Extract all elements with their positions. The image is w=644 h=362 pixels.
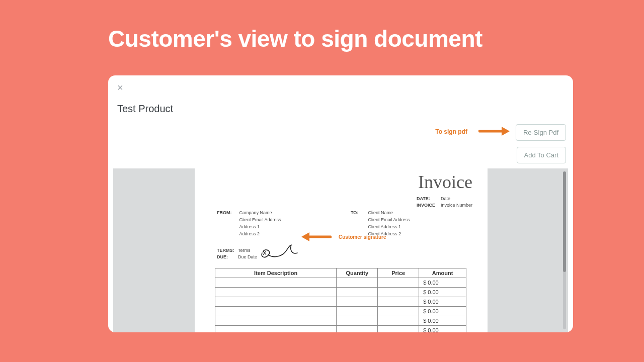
invoice-date-label: DATE: bbox=[417, 196, 441, 202]
action-buttons: Re-Sign Pdf Add To Cart bbox=[516, 124, 566, 163]
table-cell bbox=[378, 316, 419, 326]
table-cell bbox=[337, 278, 378, 288]
to-label: TO: bbox=[351, 210, 367, 217]
table-cell bbox=[337, 326, 378, 333]
from-line-0: Company Name bbox=[239, 210, 272, 215]
table-cell bbox=[215, 316, 337, 326]
table-cell bbox=[215, 307, 337, 316]
table-cell bbox=[215, 326, 337, 333]
invoice-date-value: Date bbox=[441, 196, 450, 201]
annotation-to-sign-pdf: To sign pdf bbox=[435, 128, 467, 135]
page-title: Customer's view to sign document bbox=[108, 25, 482, 52]
table-row: $ 0.00 bbox=[215, 326, 466, 333]
to-line-0: Client Name bbox=[368, 210, 393, 215]
add-to-cart-button[interactable]: Add To Cart bbox=[517, 147, 566, 163]
from-label: FROM: bbox=[217, 210, 238, 217]
table-cell bbox=[337, 288, 378, 297]
invoice-table: Item Description Quantity Price Amount $… bbox=[215, 268, 466, 332]
terms-label: TERMS: bbox=[217, 247, 238, 254]
table-row: $ 0.00 bbox=[215, 297, 466, 307]
table-cell bbox=[378, 326, 419, 333]
due-label: DUE: bbox=[217, 254, 238, 260]
to-line-2: Client Address 1 bbox=[368, 224, 401, 229]
from-block: FROM: Company Name Client Email Address … bbox=[217, 210, 281, 238]
table-cell bbox=[378, 288, 419, 297]
table-cell: $ 0.00 bbox=[419, 278, 466, 288]
table-header-row: Item Description Quantity Price Amount bbox=[215, 268, 466, 278]
svg-marker-3 bbox=[301, 232, 309, 241]
th-amount: Amount bbox=[419, 268, 466, 278]
product-name: Test Product bbox=[117, 103, 173, 115]
table-cell bbox=[215, 288, 337, 297]
document-viewport: Invoice DATE:Date INVOICEInvoice Number … bbox=[113, 168, 568, 332]
table-cell bbox=[337, 316, 378, 326]
table-cell bbox=[215, 297, 337, 307]
from-line-2: Address 1 bbox=[239, 224, 260, 229]
arrow-right-icon bbox=[478, 125, 510, 138]
resign-pdf-button[interactable]: Re-Sign Pdf bbox=[516, 124, 566, 141]
table-cell bbox=[215, 278, 337, 288]
annotation-customer-signature: Customer signature bbox=[339, 234, 386, 240]
table-cell bbox=[337, 307, 378, 316]
table-row: $ 0.00 bbox=[215, 288, 466, 297]
table-cell: $ 0.00 bbox=[419, 316, 466, 326]
due-value: Due Date bbox=[238, 254, 257, 259]
table-cell bbox=[378, 307, 419, 316]
invoice-title: Invoice bbox=[418, 171, 472, 193]
table-cell: $ 0.00 bbox=[419, 326, 466, 333]
to-block: TO: Client Name Client Email Address Cli… bbox=[351, 210, 410, 238]
invoice-meta: DATE:Date INVOICEInvoice Number bbox=[417, 196, 472, 208]
th-quantity: Quantity bbox=[337, 268, 378, 278]
scrollbar-thumb[interactable] bbox=[563, 171, 566, 272]
close-icon[interactable]: × bbox=[117, 82, 123, 93]
table-cell bbox=[378, 297, 419, 307]
document-page: Invoice DATE:Date INVOICEInvoice Number … bbox=[195, 168, 488, 332]
invoice-number-label: INVOICE bbox=[417, 202, 441, 209]
from-line-3: Address 2 bbox=[239, 231, 260, 236]
table-row: $ 0.00 bbox=[215, 316, 466, 326]
th-price: Price bbox=[378, 268, 419, 278]
table-cell: $ 0.00 bbox=[419, 297, 466, 307]
table-row: $ 0.00 bbox=[215, 307, 466, 316]
invoice-number-value: Invoice Number bbox=[441, 203, 472, 208]
scrollbar[interactable] bbox=[563, 171, 566, 329]
signing-modal: × Test Product To sign pdf Re-Sign Pdf A… bbox=[108, 75, 573, 332]
table-cell bbox=[337, 297, 378, 307]
table-cell: $ 0.00 bbox=[419, 288, 466, 297]
th-item-description: Item Description bbox=[215, 268, 337, 278]
svg-marker-1 bbox=[502, 127, 510, 136]
table-row: $ 0.00 bbox=[215, 278, 466, 288]
table-cell: $ 0.00 bbox=[419, 307, 466, 316]
table-cell bbox=[378, 278, 419, 288]
to-line-1: Client Email Address bbox=[368, 217, 410, 222]
signature-graphic bbox=[259, 243, 303, 261]
from-line-1: Client Email Address bbox=[239, 217, 281, 222]
arrow-left-icon bbox=[300, 231, 332, 243]
terms-block: TERMS:Terms DUE:Due Date bbox=[217, 247, 257, 260]
terms-value: Terms bbox=[238, 248, 251, 253]
